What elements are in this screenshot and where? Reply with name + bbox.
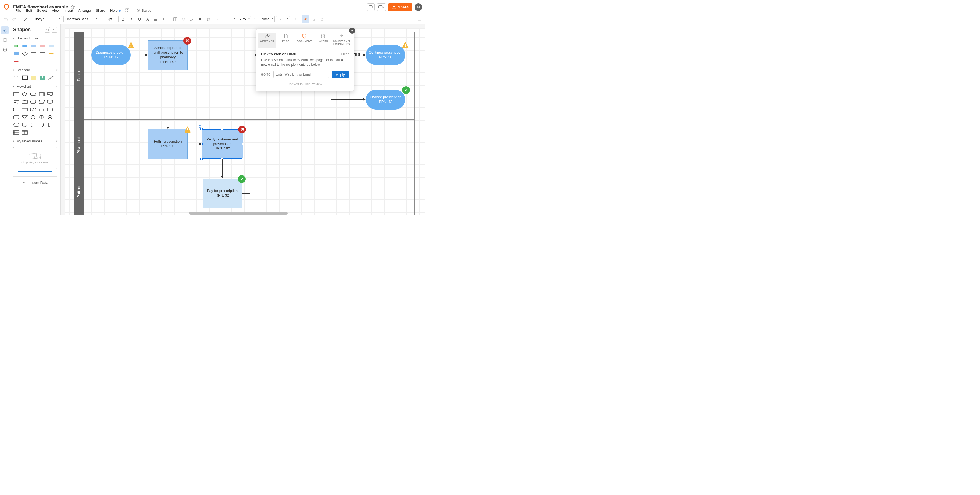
underline-button[interactable]: U xyxy=(135,15,143,23)
shape-pink-rect[interactable] xyxy=(40,43,45,48)
shape-green-arrow[interactable] xyxy=(13,43,19,48)
fc-display[interactable] xyxy=(13,122,19,127)
tab-layers[interactable]: LAYERS xyxy=(314,33,332,48)
section-standard[interactable]: ▼Standard× xyxy=(10,67,60,73)
fc-delay[interactable] xyxy=(47,107,53,112)
fc-or[interactable] xyxy=(38,115,45,120)
node-pay[interactable]: Pay for prescription RPN: 32 xyxy=(203,179,242,208)
apps-icon[interactable] xyxy=(125,8,129,13)
search-shapes-button[interactable] xyxy=(52,27,57,33)
fc-manualinput[interactable] xyxy=(22,99,28,104)
fc-database[interactable] xyxy=(47,99,53,104)
apply-button[interactable]: Apply xyxy=(332,71,348,78)
arrow[interactable] xyxy=(250,55,255,55)
selection-handle[interactable] xyxy=(242,158,244,160)
node-change[interactable]: Change prescription RPN: 42 xyxy=(366,90,405,110)
redo-button[interactable] xyxy=(10,15,18,23)
arrow[interactable] xyxy=(331,99,364,100)
node-sends-request[interactable]: Sends request to fulfill prescription to… xyxy=(148,40,188,70)
fc-process[interactable] xyxy=(13,92,19,97)
node-verify[interactable]: Verify customer and prescription RPN: 16… xyxy=(202,129,243,159)
shape-block[interactable] xyxy=(22,75,28,80)
menu-select[interactable]: Select xyxy=(35,8,49,13)
shape-red-arrow[interactable] xyxy=(13,59,19,64)
close-icon-2[interactable]: × xyxy=(56,85,58,88)
tab-document[interactable]: DOCUMENT xyxy=(295,33,313,48)
selection-handle[interactable] xyxy=(221,128,223,130)
fill-color-button[interactable] xyxy=(180,15,187,23)
fc-connector[interactable] xyxy=(30,115,36,120)
line-width-select[interactable]: 2 px xyxy=(238,16,251,22)
shape-lightblue-rect[interactable] xyxy=(48,43,54,48)
undo-button[interactable] xyxy=(2,15,10,23)
fc-preparation[interactable] xyxy=(30,99,36,104)
swimlane-doctor[interactable]: Doctor xyxy=(74,32,84,119)
selection-handle[interactable] xyxy=(242,128,244,130)
shape-yellow-arrow[interactable] xyxy=(48,51,54,56)
bold-button[interactable]: B xyxy=(119,15,127,23)
shadow-button[interactable] xyxy=(204,15,212,23)
user-avatar[interactable]: M xyxy=(415,3,422,11)
arrow[interactable] xyxy=(131,55,146,55)
node-fulfill[interactable]: Fulfill prescription RPN: 96 xyxy=(148,129,188,159)
convert-link-preview[interactable]: Convert to Link Preview xyxy=(261,82,348,86)
lock-button[interactable] xyxy=(310,15,317,23)
fc-decision[interactable] xyxy=(22,92,28,97)
fc-directdata[interactable] xyxy=(13,107,19,112)
shape-text[interactable]: T xyxy=(13,75,19,80)
section-shapes-in-use[interactable]: ▼Shapes In Use xyxy=(10,35,60,42)
arrow[interactable] xyxy=(222,159,223,176)
rotate-handle[interactable] xyxy=(198,125,202,128)
tab-conditional[interactable]: CONDITIONAL FORMATTING xyxy=(332,33,352,48)
vertical-ruler[interactable] xyxy=(61,24,65,215)
horizontal-ruler[interactable] xyxy=(65,24,425,29)
save-status[interactable]: Saved xyxy=(137,8,151,13)
popup-clear-button[interactable]: Clear xyxy=(341,52,348,56)
fc-storeddata[interactable] xyxy=(13,115,19,120)
shape-outline-rect2[interactable] xyxy=(40,51,45,56)
shape-blue-rounded[interactable] xyxy=(22,43,28,48)
shape-fill-button[interactable] xyxy=(196,15,204,23)
line-end-none-select[interactable]: None xyxy=(260,16,275,22)
fc-multidoc[interactable] xyxy=(13,99,19,104)
section-flowchart[interactable]: ▼Flowchart× xyxy=(10,83,60,90)
close-icon[interactable]: × xyxy=(56,68,58,72)
data-tab-button[interactable] xyxy=(1,46,9,54)
fc-sumjunc[interactable] xyxy=(47,115,53,120)
selection-handle[interactable] xyxy=(200,158,203,160)
text-options-button[interactable]: T▾ xyxy=(160,15,168,23)
menu-share[interactable]: Share xyxy=(94,8,107,13)
tab-page[interactable]: PAGE xyxy=(277,33,295,48)
font-family-select[interactable]: Body * xyxy=(33,16,62,22)
shape-line-arrow[interactable] xyxy=(48,75,54,80)
pin-icon[interactable] xyxy=(349,28,355,34)
image-library-button[interactable] xyxy=(45,27,50,33)
menu-insert[interactable]: Insert xyxy=(62,8,75,13)
font-name-select[interactable]: Liberation Sans xyxy=(64,16,99,22)
line-style-select[interactable]: ——— xyxy=(224,16,236,22)
node-diagnose[interactable]: Diagnoses problem RPN: 96 xyxy=(91,45,131,65)
clipboard-tab-button[interactable] xyxy=(1,36,9,44)
swimlane-pharmacist[interactable]: Pharmacist xyxy=(74,119,84,169)
shape-blue-rect[interactable] xyxy=(30,43,37,48)
fc-internal[interactable] xyxy=(22,107,28,112)
tab-web-email[interactable]: WEB/EMAIL xyxy=(258,33,277,48)
border-color-button[interactable] xyxy=(188,15,196,23)
fc-manualop[interactable] xyxy=(38,107,45,112)
fc-terminator[interactable] xyxy=(30,92,36,97)
fc-swimlanes-v[interactable] xyxy=(22,130,28,135)
fc-note[interactable] xyxy=(47,122,53,127)
menu-arrange[interactable]: Arrange xyxy=(76,8,93,13)
font-size-decrease[interactable]: − xyxy=(100,16,105,22)
arrow[interactable] xyxy=(188,144,200,144)
link-input[interactable] xyxy=(274,71,329,78)
font-size-increase[interactable]: + xyxy=(113,16,118,22)
fc-data[interactable] xyxy=(38,99,45,104)
comment-button[interactable]: + xyxy=(367,3,375,11)
shape-options-button[interactable] xyxy=(172,15,179,23)
lock2-button[interactable] xyxy=(318,15,326,23)
shape-note[interactable] xyxy=(30,75,37,80)
fc-swimlanes-h[interactable] xyxy=(13,130,19,135)
import-data-button[interactable]: Import Data xyxy=(13,176,57,185)
selection-handle[interactable] xyxy=(200,128,203,130)
